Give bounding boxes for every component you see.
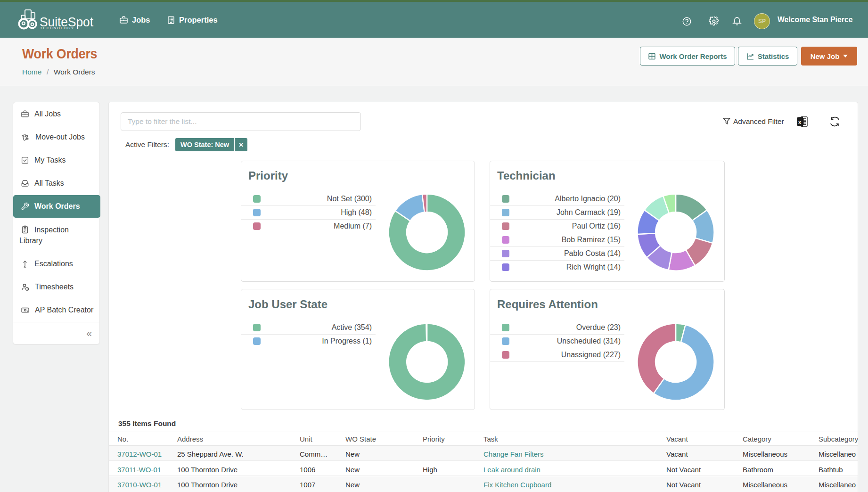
svg-text:TECHNOLOGY: TECHNOLOGY [40, 26, 75, 30]
svg-text:x: x [798, 119, 802, 125]
